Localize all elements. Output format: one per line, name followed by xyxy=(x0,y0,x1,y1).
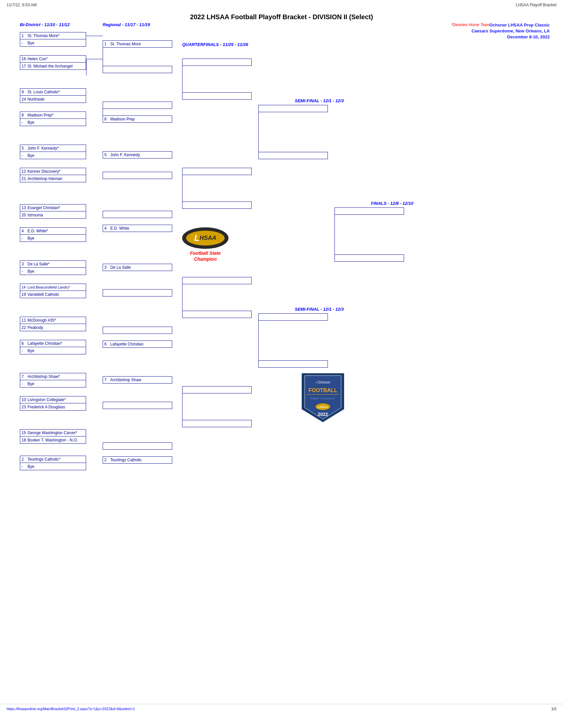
semi-label-bottom: SEMI-FINAL - 12/1 - 12/3 xyxy=(295,307,344,312)
page-date: 11/7/22, 6:53 AM xyxy=(7,3,37,7)
regional-5: 3 De La Salle xyxy=(103,264,172,296)
page-meta-bar: 11/7/22, 6:53 AM LHSAA Playoff Bracket xyxy=(0,0,563,10)
footer-bar: https://lhsaaonline.org/MainBracket32Pri… xyxy=(0,704,563,713)
regional-label: Regional - 11/17 - 11/19 xyxy=(103,22,150,27)
sf-1 xyxy=(258,105,328,159)
qf-1 xyxy=(182,59,252,100)
svg-text:LHSAA: LHSAA xyxy=(318,405,328,409)
semi-label-top: SEMI-FINAL - 12/1 - 12/3 xyxy=(295,98,344,103)
regional-2: 8 Madison Prep xyxy=(103,102,172,123)
page-number: 1/2 xyxy=(545,704,563,713)
qf-3 xyxy=(182,277,252,318)
finals-box xyxy=(335,207,404,262)
bracket-area: Bi-District - 11/10 - 11/12 Regional - 1… xyxy=(7,22,556,701)
regional-8: 2 Teurlings Catholic xyxy=(103,442,172,464)
ochsner-shield: ✓Ochsner FOOTBALL PREP CLASSIC LHSAA 202… xyxy=(298,370,348,427)
svg-text:FOOTBALL: FOOTBALL xyxy=(308,387,337,393)
footer-url[interactable]: https://lhsaaonline.org/MainBracket32Pri… xyxy=(0,704,142,713)
svg-text:PREP CLASSIC: PREP CLASSIC xyxy=(311,397,336,400)
bi-district-label: Bi-District - 11/10 - 11/12 xyxy=(20,22,70,27)
qf-2 xyxy=(182,168,252,209)
svg-text:✓Ochsner: ✓Ochsner xyxy=(315,381,331,384)
regional-3: 5 John F. Kennedy xyxy=(103,151,172,179)
ochsner-header: Ochsner LHSAA Prep Classic Caesars Super… xyxy=(472,22,550,40)
regional-7: 7 Archbishop Shaw xyxy=(103,376,172,409)
qf-4 xyxy=(182,386,252,427)
svg-text:2022: 2022 xyxy=(318,412,328,417)
regional-1: 1 St. Thomas More xyxy=(103,40,172,73)
finals-label: FINALS - 12/8 - 12/10 xyxy=(371,201,413,206)
state-champ-label: Football State Champion xyxy=(182,250,228,262)
sf-2 xyxy=(258,313,328,368)
lhsaa-logo: L HSAA Football State Champion xyxy=(182,227,228,262)
regional-4: 4 E.D. White xyxy=(103,211,172,232)
page-title-meta: LHSAA Playoff Bracket xyxy=(516,3,556,7)
regional-6: 6 Lafayette Christian xyxy=(103,327,172,348)
quarters-label: QUARTERFINALS - 11/25 - 11/26 xyxy=(182,42,248,47)
main-title: 2022 LHSAA Football Playoff Bracket - DI… xyxy=(0,10,563,22)
